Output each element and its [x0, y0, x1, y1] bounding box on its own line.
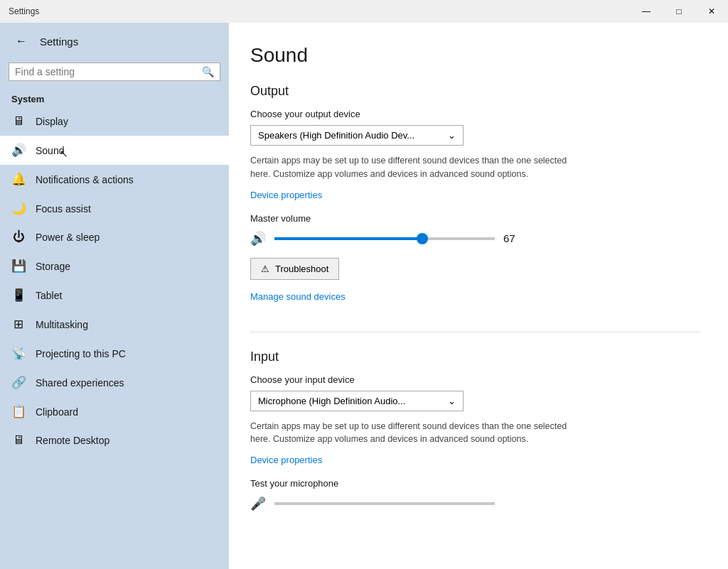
storage-icon: 💾 — [11, 259, 26, 273]
input-section-title: Input — [250, 349, 700, 364]
display-icon: 🖥 — [11, 114, 26, 129]
volume-icon: 🔊 — [250, 231, 266, 246]
tablet-icon: 📱 — [11, 288, 26, 303]
input-desc: Certain apps may be set up to use differ… — [250, 420, 570, 447]
minimize-button[interactable]: — — [630, 0, 663, 23]
sidebar-item-sound[interactable]: 🔊 Sound ↖ — [0, 136, 229, 165]
volume-slider[interactable] — [274, 237, 495, 240]
notifications-icon: 🔔 — [11, 172, 26, 187]
multitasking-icon: ⊞ — [11, 317, 26, 332]
content-area: Sound Output Choose your output device S… — [229, 23, 728, 569]
sidebar-item-label: Clipboard — [36, 406, 78, 418]
slider-fill — [274, 237, 422, 240]
section-divider — [250, 332, 700, 332]
input-device-dropdown[interactable]: Microphone (High Definition Audio... ⌄ — [250, 391, 464, 411]
system-label: System — [0, 90, 229, 107]
clipboard-icon: 📋 — [11, 404, 26, 419]
sidebar-item-projecting[interactable]: 📡 Projecting to this PC — [0, 339, 229, 368]
sidebar-item-shared[interactable]: 🔗 Shared experiences — [0, 368, 229, 397]
sidebar-item-tablet[interactable]: 📱 Tablet — [0, 281, 229, 310]
back-button[interactable]: ← — [11, 31, 31, 51]
sidebar-item-clipboard[interactable]: 📋 Clipboard — [0, 397, 229, 426]
warning-icon: ⚠ — [261, 264, 269, 274]
mic-row: 🎤 — [250, 496, 700, 511]
close-button[interactable]: ✕ — [695, 0, 728, 23]
sidebar-item-notifications[interactable]: 🔔 Notifications & actions — [0, 165, 229, 194]
sidebar-item-label: Storage — [36, 261, 70, 272]
sound-icon: 🔊 — [11, 143, 26, 158]
maximize-button[interactable]: □ — [663, 0, 695, 23]
sidebar-item-power[interactable]: ⏻ Power & sleep — [0, 223, 229, 251]
volume-value: 67 — [503, 232, 525, 244]
sidebar-item-label: Projecting to this PC — [36, 348, 126, 359]
cursor: ↖ — [60, 148, 68, 159]
back-icon: ← — [16, 35, 27, 48]
search-box[interactable]: 🔍 — [9, 63, 220, 81]
chevron-down-icon: ⌄ — [448, 396, 456, 406]
sidebar-item-label: Shared experiences — [36, 377, 124, 389]
output-device-properties-link[interactable]: Device properties — [250, 190, 322, 200]
mic-test-label: Test your microphone — [250, 478, 700, 489]
sidebar-item-label: Power & sleep — [36, 232, 100, 243]
shared-icon: 🔗 — [11, 375, 26, 390]
titlebar-controls: — □ ✕ — [630, 0, 728, 23]
troubleshoot-label: Troubleshoot — [275, 264, 328, 274]
power-icon: ⏻ — [11, 230, 26, 244]
microphone-icon: 🎤 — [250, 496, 266, 511]
sidebar-item-label: Sound ↖ — [36, 145, 64, 156]
sidebar-item-label: Notifications & actions — [36, 174, 134, 185]
troubleshoot-button[interactable]: ⚠ Troubleshoot — [250, 258, 339, 280]
input-device-properties-link[interactable]: Device properties — [250, 455, 322, 465]
sidebar: ← Settings 🔍 System 🖥 Display 🔊 Sound ↖ … — [0, 23, 229, 569]
projecting-icon: 📡 — [11, 346, 26, 361]
remote-icon: 🖥 — [11, 433, 26, 448]
output-device-value: Speakers (High Definition Audio Dev... — [258, 130, 414, 141]
search-input[interactable] — [15, 66, 198, 77]
sidebar-item-label: Tablet — [36, 290, 62, 301]
search-icon: 🔍 — [202, 66, 214, 77]
master-volume-label: Master volume — [250, 213, 700, 224]
slider-thumb[interactable] — [417, 233, 428, 244]
chevron-down-icon: ⌄ — [448, 130, 456, 141]
sidebar-item-label: Display — [36, 116, 68, 127]
output-section-title: Output — [250, 84, 700, 99]
sidebar-item-remote[interactable]: 🖥 Remote Desktop — [0, 426, 229, 455]
sidebar-app-title: Settings — [40, 36, 78, 48]
sidebar-item-label: Multitasking — [36, 319, 88, 330]
output-device-dropdown[interactable]: Speakers (High Definition Audio Dev... ⌄ — [250, 125, 464, 146]
page-title: Sound — [250, 44, 700, 67]
output-device-label: Choose your output device — [250, 109, 700, 119]
sidebar-item-label: Remote Desktop — [36, 435, 109, 446]
sidebar-header: ← Settings — [0, 23, 229, 60]
manage-sound-devices-link[interactable]: Manage sound devices — [250, 291, 346, 302]
output-desc: Certain apps may be set up to use differ… — [250, 154, 570, 181]
sidebar-item-display[interactable]: 🖥 Display — [0, 107, 229, 136]
sidebar-item-multitasking[interactable]: ⊞ Multitasking — [0, 310, 229, 339]
mic-level-fill — [274, 502, 279, 505]
volume-row: 🔊 67 — [250, 231, 700, 246]
focus-icon: 🌙 — [11, 201, 26, 216]
sidebar-item-storage[interactable]: 💾 Storage — [0, 251, 229, 281]
titlebar-title: Settings — [9, 6, 39, 16]
mic-level-track — [274, 502, 495, 505]
sidebar-item-label: Focus assist — [36, 203, 91, 215]
titlebar: Settings — □ ✕ — [0, 0, 728, 23]
input-device-label: Choose your input device — [250, 374, 700, 385]
input-device-value: Microphone (High Definition Audio... — [258, 396, 405, 406]
sidebar-item-focus[interactable]: 🌙 Focus assist — [0, 194, 229, 223]
app-layout: ← Settings 🔍 System 🖥 Display 🔊 Sound ↖ … — [0, 23, 728, 569]
